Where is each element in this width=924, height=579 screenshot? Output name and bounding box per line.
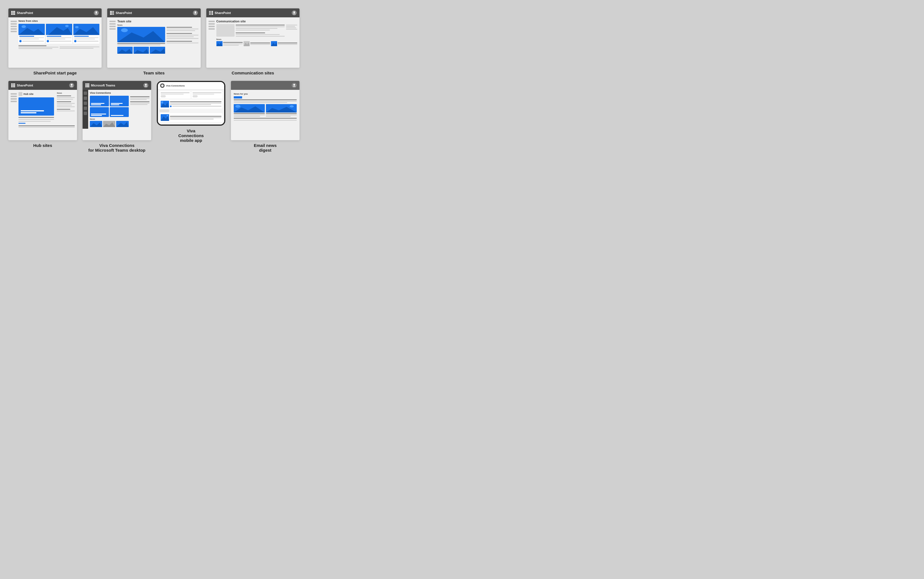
card-body: Viva Connections xyxy=(83,90,151,140)
svg-point-41 xyxy=(293,84,295,86)
svg-point-28 xyxy=(145,84,147,86)
header-avatar xyxy=(193,10,198,15)
news-grid xyxy=(90,121,129,127)
card-body: News for you xyxy=(231,90,299,140)
header-avatar xyxy=(69,83,74,88)
hero-grid xyxy=(90,96,129,117)
news-grid xyxy=(216,41,297,46)
card-sharepoint-start: SharePoint News from sites xyxy=(8,8,101,75)
team-site-title: Team site xyxy=(117,20,198,23)
header-avatar xyxy=(292,10,297,15)
comm-site-title: Communication site xyxy=(216,20,297,23)
viva-teams-title: Viva Connections xyxy=(90,92,149,94)
card-viva-connections-teams: Microsoft Teams Viva Connecti xyxy=(83,81,151,152)
card-label-hub-sites: Hub sites xyxy=(33,143,52,148)
card-body: News from sites xyxy=(8,17,101,68)
card-header: Microsoft Teams xyxy=(83,81,151,90)
card-label-viva-mobile: Viva Connections mobile app xyxy=(178,128,204,143)
card-label-email-digest: Email news digest xyxy=(254,143,277,152)
news-label: News xyxy=(57,92,75,94)
app-grid-icon xyxy=(209,11,213,15)
card-email-digest: News for you xyxy=(231,81,299,152)
card-label-team-sites: Team sites xyxy=(143,70,165,75)
card-team-sites: SharePoint Team site xyxy=(107,8,200,75)
news-label: News xyxy=(216,38,297,40)
card-body: Hub site xyxy=(8,90,77,140)
app-grid-icon xyxy=(85,83,89,87)
app-grid-icon xyxy=(11,11,15,15)
hero-image xyxy=(117,27,165,42)
card-header: SharePoint xyxy=(8,8,101,17)
mockup-viva-connections-teams: Microsoft Teams Viva Connecti xyxy=(83,81,151,140)
svg-point-9 xyxy=(75,26,78,28)
card-header: SharePoint xyxy=(206,8,299,17)
blue-accent-bar xyxy=(234,96,242,98)
svg-point-27 xyxy=(71,84,72,86)
card-label-viva-teams: Viva Connections for Microsoft Teams des… xyxy=(88,143,146,152)
card-body: Team site News xyxy=(107,17,200,68)
header-avatar xyxy=(292,83,297,88)
mini-images xyxy=(117,47,165,54)
viva-app-title: Viva Connections xyxy=(166,85,185,87)
header-app-name: SharePoint xyxy=(17,11,33,15)
card-communication-sites: SharePoint Communication site xyxy=(206,8,299,75)
news-label: News xyxy=(117,24,165,26)
card-header: SharePoint xyxy=(8,81,77,90)
card-header xyxy=(231,81,299,90)
card-label-sharepoint-start: SharePoint start page xyxy=(33,70,77,75)
header-left: Microsoft Teams xyxy=(85,83,115,87)
phone-header: Viva Connections xyxy=(158,82,224,90)
svg-point-20 xyxy=(293,11,295,13)
teams-sidebar xyxy=(83,90,88,129)
svg-point-40 xyxy=(167,115,168,116)
svg-point-13 xyxy=(121,28,128,32)
header-left: SharePoint xyxy=(209,11,231,15)
header-app-name: Microsoft Teams xyxy=(91,84,115,87)
svg-point-10 xyxy=(195,11,196,13)
header-left: SharePoint xyxy=(11,11,33,15)
news-grid xyxy=(18,24,100,44)
news-item-1 xyxy=(160,100,222,109)
viva-news-label: News xyxy=(90,118,129,120)
svg-point-6 xyxy=(65,25,69,27)
mockup-team-sites: SharePoint Team site xyxy=(107,8,200,68)
hub-hero xyxy=(18,97,54,116)
svg-point-47 xyxy=(289,105,294,108)
header-app-name: SharePoint xyxy=(17,84,33,87)
svg-point-0 xyxy=(95,11,97,13)
mockup-sharepoint-start: SharePoint News from sites xyxy=(8,8,101,68)
news-for-you-title: News for you xyxy=(234,93,297,95)
hub-site-title: Hub site xyxy=(23,93,34,95)
header-app-name: SharePoint xyxy=(215,11,231,15)
card-label-communication-sites: Communication sites xyxy=(232,70,274,75)
header-left: SharePoint xyxy=(11,83,33,87)
svg-point-37 xyxy=(161,101,163,103)
viva-app-icon xyxy=(160,83,165,88)
card-body: Communication site xyxy=(206,17,299,68)
news-grid xyxy=(234,104,297,117)
news-from-sites-label: News from sites xyxy=(18,20,100,22)
app-grid-icon xyxy=(110,11,114,15)
card-header: SharePoint xyxy=(107,8,200,17)
news-item-2 xyxy=(160,113,222,122)
mockup-email-digest: News for you xyxy=(231,81,299,140)
phone-body xyxy=(158,90,224,124)
cards-row xyxy=(160,91,222,98)
header-avatar xyxy=(94,10,99,15)
header-left: SharePoint xyxy=(110,11,132,15)
app-grid-icon xyxy=(11,83,15,87)
card-hub-sites: SharePoint xyxy=(8,81,77,152)
header-app-name: SharePoint xyxy=(116,11,132,15)
svg-point-44 xyxy=(235,105,240,108)
header-avatar xyxy=(143,83,148,88)
mockup-communication-sites: SharePoint Communication site xyxy=(206,8,299,68)
card-viva-connections-mobile: Viva Connections xyxy=(157,81,225,152)
svg-point-3 xyxy=(21,25,26,28)
phone-mockup: Viva Connections xyxy=(157,81,225,126)
mockup-hub-sites: SharePoint xyxy=(8,81,77,140)
